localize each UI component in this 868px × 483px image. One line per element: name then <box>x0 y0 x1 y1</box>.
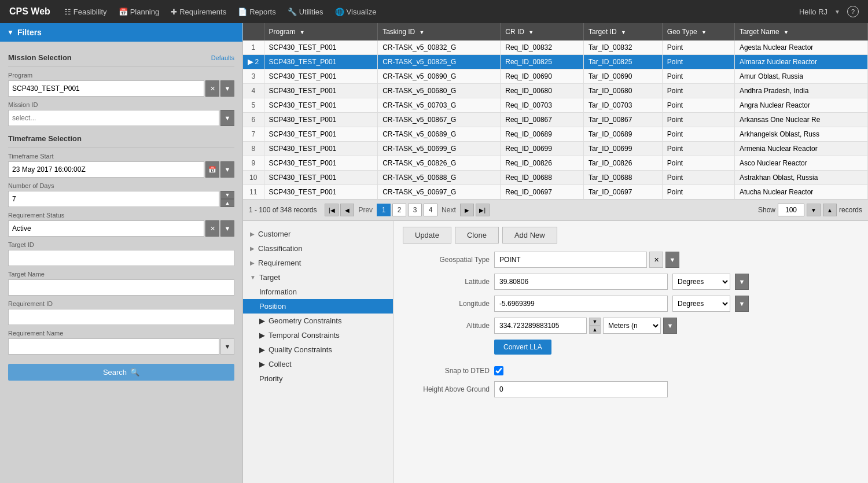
num-days-up-btn[interactable]: ▲ <box>220 199 234 207</box>
col-tasking[interactable]: Tasking ID ▼ <box>378 23 501 40</box>
page-1-btn[interactable]: 1 <box>377 204 391 216</box>
tree-geometry-constraints[interactable]: ▶ Geometry Constraints <box>243 314 393 328</box>
help-icon[interactable]: ? <box>847 6 859 17</box>
req-name-input[interactable] <box>8 338 219 355</box>
program-clear-btn[interactable]: ✕ <box>205 80 219 97</box>
tree-priority[interactable]: Priority <box>243 371 393 386</box>
search-button[interactable]: Search 🔍 <box>8 364 234 381</box>
next-page-btn[interactable]: ▶ <box>460 204 474 216</box>
user-greeting[interactable]: Hello RJ <box>799 8 827 16</box>
table-row[interactable]: 10 SCP430_TEST_P001 CR-TASK_v5_00688_G R… <box>243 171 868 185</box>
col-targetid[interactable]: Target ID ▼ <box>583 23 662 40</box>
geo-type-select-row: ✕ ▼ <box>494 252 679 268</box>
nav-feasibility[interactable]: ☷ Feasibility <box>64 8 107 16</box>
latitude-unit-dropdown-btn[interactable]: ▼ <box>735 274 749 290</box>
table-row[interactable]: 6 SCP430_TEST_P001 CR-TASK_v5_00867_G Re… <box>243 113 868 127</box>
row-number: 9 <box>243 156 264 171</box>
sidebar-title: Filters <box>17 28 42 37</box>
col-targetname[interactable]: Target Name ▼ <box>734 23 867 40</box>
tree-collect[interactable]: ▶ Collect <box>243 357 393 371</box>
latitude-unit-select[interactable]: Degrees <box>672 274 730 290</box>
tree-quality-constraints[interactable]: ▶ Quality Constraints <box>243 342 393 357</box>
col-crid[interactable]: CR ID ▼ <box>501 23 584 40</box>
show-input[interactable] <box>778 204 804 216</box>
nav-requirements[interactable]: ✚ Requirements <box>171 8 226 16</box>
clone-button[interactable]: Clone <box>455 227 499 244</box>
page-3-btn[interactable]: 3 <box>408 204 422 216</box>
longitude-unit-dropdown-btn[interactable]: ▼ <box>735 296 749 312</box>
table-row[interactable]: ▶ 2 SCP430_TEST_P001 CR-TASK_v5_00825_G … <box>243 55 868 69</box>
timeframe-calendar-btn[interactable]: 📅 <box>205 161 219 178</box>
row-target-id: Tar_ID_00699 <box>583 142 662 156</box>
nav-visualize[interactable]: 🌐 Visualize <box>335 8 377 16</box>
altitude-input[interactable] <box>494 318 587 334</box>
tree-position[interactable]: Position <box>243 299 393 314</box>
height-input[interactable] <box>494 381 668 397</box>
tree-requirement[interactable]: ▶ Requirement <box>243 256 393 270</box>
target-name-input[interactable] <box>8 279 234 296</box>
latitude-input[interactable] <box>494 274 668 290</box>
last-page-btn[interactable]: ▶| <box>476 204 490 216</box>
table-row[interactable]: 4 SCP430_TEST_P001 CR-TASK_v5_00680_G Re… <box>243 84 868 98</box>
table-row[interactable]: 7 SCP430_TEST_P001 CR-TASK_v5_00689_G Re… <box>243 127 868 142</box>
tree-target[interactable]: ▼ Target <box>243 270 393 285</box>
req-name-dropdown-btn[interactable]: ▼ <box>220 338 234 355</box>
req-status-clear-btn[interactable]: ✕ <box>205 220 219 237</box>
defaults-button[interactable]: Defaults <box>211 54 234 61</box>
mission-id-input[interactable] <box>8 110 219 126</box>
detail-panel: Update Clone Add New Geospatial Type ✕ ▼… <box>393 221 868 483</box>
geo-type-row: Geospatial Type ✕ ▼ <box>403 252 859 268</box>
target-id-input[interactable] <box>8 250 234 266</box>
page-4-btn[interactable]: 4 <box>424 204 437 216</box>
snap-checkbox[interactable] <box>494 366 503 375</box>
row-tasking-id: CR-TASK_v5_00697_G <box>378 185 501 200</box>
tree-temporal-constraints[interactable]: ▶ Temporal Constraints <box>243 328 393 342</box>
mission-id-dropdown-btn[interactable]: ▼ <box>220 110 234 126</box>
convert-lla-button[interactable]: Convert LLA <box>494 340 551 355</box>
longitude-unit-select[interactable]: Degrees <box>672 296 730 312</box>
prev-page-btn[interactable]: ◀ <box>340 204 354 216</box>
geo-type-dropdown-btn[interactable]: ▼ <box>665 252 679 268</box>
program-dropdown-btn[interactable]: ▼ <box>220 80 234 97</box>
program-input[interactable] <box>8 80 204 97</box>
show-up-btn[interactable]: ▲ <box>823 204 837 216</box>
update-button[interactable]: Update <box>403 227 451 244</box>
nav-right: Hello RJ ▼ ? <box>799 6 859 17</box>
altitude-unit-select[interactable]: Meters (n <box>603 318 661 334</box>
table-row[interactable]: 11 SCP430_TEST_P001 CR-TASK_v5_00697_G R… <box>243 185 868 200</box>
num-days-input[interactable] <box>8 191 219 207</box>
req-status-row: ✕ ▼ <box>8 220 234 237</box>
tree-information[interactable]: Information <box>243 285 393 299</box>
req-id-input[interactable] <box>8 309 234 325</box>
num-days-down-btn[interactable]: ▼ <box>220 191 234 199</box>
page-2-btn[interactable]: 2 <box>392 204 406 216</box>
table-row[interactable]: 5 SCP430_TEST_P001 CR-TASK_v5_00703_G Re… <box>243 98 868 113</box>
table-row[interactable]: 1 SCP430_TEST_P001 CR-TASK_v5_00832_G Re… <box>243 40 868 55</box>
nav-planning[interactable]: 📅 Planning <box>119 8 160 16</box>
row-cr-id: Req_ID_00832 <box>501 40 584 55</box>
row-tasking-id: CR-TASK_v5_00680_G <box>378 84 501 98</box>
nav-reports[interactable]: 📄 Reports <box>238 8 276 16</box>
table-row[interactable]: 3 SCP430_TEST_P001 CR-TASK_v5_00690_G Re… <box>243 69 868 84</box>
altitude-down-btn[interactable]: ▼ <box>589 318 601 326</box>
altitude-up-btn[interactable]: ▲ <box>589 326 601 334</box>
tree-classification[interactable]: ▶ Classification <box>243 241 393 256</box>
first-page-btn[interactable]: |◀ <box>325 204 339 216</box>
altitude-unit-dropdown-btn[interactable]: ▼ <box>663 318 677 334</box>
timeframe-start-input[interactable] <box>8 161 204 178</box>
req-status-input[interactable] <box>8 220 204 237</box>
req-status-dropdown-btn[interactable]: ▼ <box>220 220 234 237</box>
table-row[interactable]: 8 SCP430_TEST_P001 CR-TASK_v5_00699_G Re… <box>243 142 868 156</box>
col-geotype[interactable]: Geo Type ▼ <box>662 23 734 40</box>
tree-customer[interactable]: ▶ Customer <box>243 227 393 241</box>
add-new-button[interactable]: Add New <box>502 227 557 244</box>
show-down-btn[interactable]: ▼ <box>807 204 821 216</box>
timeframe-dropdown-btn[interactable]: ▼ <box>220 161 234 178</box>
geo-type-clear-btn[interactable]: ✕ <box>649 252 663 268</box>
geo-type-input[interactable] <box>494 252 647 268</box>
timeframe-input-row: 📅 ▼ <box>8 161 234 178</box>
table-row[interactable]: 9 SCP430_TEST_P001 CR-TASK_v5_00826_G Re… <box>243 156 868 171</box>
longitude-input[interactable] <box>494 296 668 312</box>
nav-utilities[interactable]: 🔧 Utilities <box>288 8 323 16</box>
col-program[interactable]: Program ▼ <box>264 23 378 40</box>
